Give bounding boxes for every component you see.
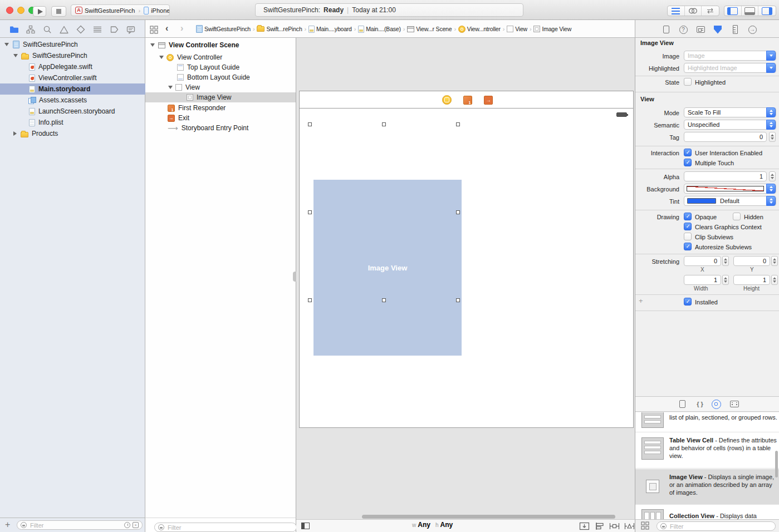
clears-graphics-context-checkbox[interactable] (684, 223, 692, 230)
stretching-y-input[interactable] (737, 258, 766, 264)
outline-item-entry-point[interactable]: ⟶ Storyboard Entry Point (145, 123, 296, 133)
resize-handle-middle-left[interactable] (308, 210, 312, 214)
stretching-y-field[interactable] (733, 256, 770, 266)
utilities-toggle-button[interactable] (758, 6, 776, 16)
breadcrumb-view[interactable]: View (507, 26, 527, 32)
code-snippet-library-tab[interactable]: { } (694, 399, 705, 409)
library-item-image-view[interactable]: Image View - Displays a single image, or… (669, 473, 777, 496)
stretching-x-input[interactable] (688, 258, 717, 264)
opaque-checkbox[interactable] (684, 213, 692, 220)
back-button[interactable]: ‹ (165, 23, 168, 33)
issue-navigator-tab[interactable] (59, 24, 69, 35)
navigator-item-project[interactable]: SwiftGesturePinch (0, 39, 145, 50)
library-filter-field[interactable] (656, 521, 776, 531)
object-library-tab[interactable] (711, 399, 722, 409)
view-controller-icon[interactable] (442, 95, 452, 105)
breakpoint-navigator-tab[interactable] (109, 24, 119, 35)
disclosure-triangle[interactable] (4, 43, 9, 46)
resize-handle-top-center[interactable] (382, 122, 386, 126)
navigator-filter-field[interactable]: × (17, 520, 143, 530)
debug-navigator-tab[interactable] (92, 24, 102, 35)
view-controller-scene[interactable]: → Image View (299, 91, 634, 428)
outline-item-top-layout-guide[interactable]: Top Layout Guide (145, 62, 296, 72)
resize-handle-bottom-left[interactable] (308, 298, 312, 302)
breadcrumb-storyboard-base[interactable]: Main....(Base) (358, 26, 401, 33)
highlighted-combo-box[interactable] (684, 63, 776, 73)
disclosure-triangle[interactable] (150, 43, 155, 47)
outline-item-scene[interactable]: View Controller Scene (145, 40, 296, 50)
popup-button[interactable] (766, 120, 776, 130)
resize-handle-middle-right[interactable] (456, 210, 460, 214)
forward-button[interactable]: › (180, 23, 183, 33)
stretching-height-input[interactable] (737, 277, 766, 283)
scm-filter-icon[interactable]: × (133, 522, 139, 528)
library-item-partial-text[interactable]: list of plain, sectioned, or grouped row… (669, 413, 777, 421)
exit-icon[interactable]: → (484, 96, 493, 105)
breadcrumb-folder[interactable]: Swift...rePinch (257, 26, 302, 32)
navigator-item-appdelegate[interactable]: AppDelegate.swift (0, 61, 145, 72)
outline-item-view[interactable]: View (145, 82, 296, 92)
standard-editor-button[interactable] (668, 6, 685, 16)
image-view-object[interactable]: Image View (313, 180, 462, 356)
stretching-y-stepper[interactable] (771, 256, 778, 266)
scheme-project-name[interactable]: SwiftGesturePinch (85, 7, 135, 14)
outline-filter-input[interactable] (166, 524, 293, 531)
breadcrumb-storyboard[interactable]: Main....yboard (308, 26, 352, 33)
interface-builder-canvas[interactable]: → Image View (296, 38, 635, 519)
resize-handle-bottom-right[interactable] (456, 298, 460, 302)
stretching-height-field[interactable] (733, 275, 770, 285)
alpha-stepper[interactable] (769, 171, 776, 181)
document-outline-toggle-button[interactable] (301, 523, 310, 529)
autoresize-subviews-checkbox[interactable] (684, 243, 692, 250)
navigator-item-viewcontroller[interactable]: ViewController.swift (0, 72, 145, 83)
navigator-item-group[interactable]: SwiftGesturePinch (0, 50, 145, 61)
recent-files-icon[interactable] (124, 522, 130, 528)
embed-in-stack-button[interactable] (579, 522, 590, 530)
disclosure-triangle[interactable] (168, 86, 173, 89)
stretching-width-input[interactable] (688, 277, 717, 283)
tag-stepper[interactable] (769, 132, 776, 142)
popup-button[interactable] (766, 196, 776, 206)
multiple-touch-checkbox[interactable] (684, 159, 692, 166)
file-template-library-tab[interactable] (677, 399, 688, 409)
debug-area-toggle-button[interactable] (742, 6, 759, 16)
outline-item-first-responder[interactable]: First Responder (145, 103, 296, 113)
size-class-bar[interactable]: w Any h Any (412, 521, 456, 529)
related-items-button[interactable] (149, 24, 159, 35)
library-item-collection-view[interactable]: Collection View - Displays data (669, 512, 777, 520)
navigator-item-infoplist[interactable]: Info.plist (0, 117, 145, 128)
assistant-editor-button[interactable] (685, 6, 702, 16)
user-interaction-enabled-checkbox[interactable] (684, 149, 692, 156)
tag-field[interactable] (684, 132, 767, 142)
highlighted-checkbox[interactable] (684, 78, 692, 86)
combo-dropdown-button[interactable] (766, 51, 776, 61)
popup-button[interactable] (766, 184, 776, 194)
breadcrumb-view-controller[interactable]: View...ntroller (458, 26, 501, 33)
stretching-width-field[interactable] (684, 275, 721, 285)
tag-input[interactable] (688, 134, 763, 140)
stretching-width-stepper[interactable] (722, 275, 729, 285)
project-navigator-tab[interactable] (9, 24, 19, 35)
first-responder-icon[interactable] (463, 96, 472, 105)
disclosure-triangle[interactable] (13, 131, 17, 136)
resolve-auto-layout-button[interactable] (624, 522, 635, 530)
combo-dropdown-button[interactable] (766, 63, 776, 73)
search-navigator-tab[interactable] (42, 24, 52, 35)
semantic-popup[interactable]: Unspecified (684, 120, 776, 130)
library-filter-input[interactable] (669, 523, 772, 530)
pin-button[interactable] (609, 522, 620, 530)
stretching-x-field[interactable] (684, 256, 721, 266)
alpha-input[interactable] (688, 173, 763, 180)
size-inspector-tab[interactable] (729, 24, 741, 35)
outline-item-exit[interactable]: → Exit (145, 113, 296, 123)
connections-inspector-tab[interactable]: → (747, 24, 758, 35)
installed-checkbox[interactable] (684, 298, 692, 306)
stretching-x-stepper[interactable] (722, 256, 729, 266)
align-button[interactable] (594, 522, 605, 530)
resize-handle-top-right[interactable] (456, 122, 460, 126)
mode-popup[interactable]: Scale To Fill (684, 107, 776, 117)
disclosure-triangle[interactable] (13, 54, 18, 57)
run-button[interactable] (33, 6, 46, 17)
popup-button[interactable] (766, 107, 776, 117)
navigator-item-main-storyboard[interactable]: Main.storyboard (0, 83, 145, 95)
